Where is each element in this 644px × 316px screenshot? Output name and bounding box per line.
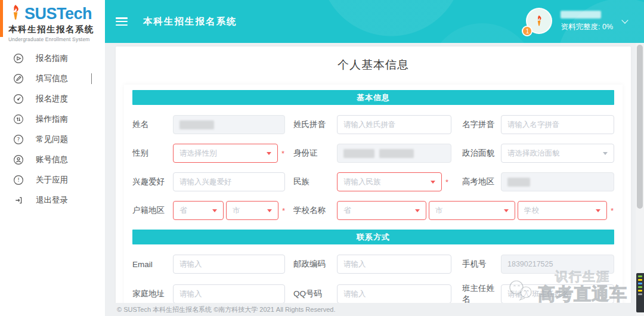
sidebar-item-label: 退出登录 — [36, 195, 68, 206]
household-province-select[interactable]: 省 — [173, 201, 224, 220]
given-pinyin-input[interactable] — [501, 115, 614, 134]
brand-logo: SUSTech 本科生招生报名系统 Undergraduate Enrollme… — [0, 0, 105, 42]
redacted-value — [179, 120, 214, 129]
phone-label: 手机号 — [462, 259, 501, 269]
political-select[interactable]: 请选择政治面貌 — [501, 144, 614, 163]
gaokao-region-input — [501, 172, 614, 191]
ethnicity-label: 民族 — [293, 176, 337, 187]
sidebar-item-operation-guide[interactable]: 操作指南 — [0, 109, 105, 129]
sidebar-item-about[interactable]: ! 关于应用 — [0, 170, 105, 190]
caret-down-icon — [267, 152, 271, 155]
surname-pinyin-input[interactable] — [337, 115, 451, 134]
top-header: 本科生招生报名系统 1 资料完整度: 0% — [105, 0, 644, 43]
info-icon: ! — [13, 175, 24, 185]
qq-label: QQ号码 — [293, 289, 337, 299]
form-row: Email 邮政编码 手机号 18390217525 — [132, 255, 614, 274]
teacher-name-input[interactable] — [501, 284, 614, 303]
household-city-select[interactable]: 市 — [226, 201, 278, 220]
sidebar-item-account-info[interactable]: 账号信息 — [0, 150, 105, 170]
sidebar-item-label: 操作指南 — [36, 114, 68, 125]
hobby-label: 兴趣爱好 — [132, 176, 173, 187]
email-input[interactable] — [173, 255, 285, 274]
caret-down-icon — [267, 209, 272, 212]
form-row: 家庭地址 QQ号码 班主任姓名 — [132, 283, 614, 305]
caret-down-icon — [431, 181, 435, 184]
hobby-input[interactable] — [173, 172, 285, 191]
form-row: 性别 请选择性别 * 身份证 — [132, 144, 614, 163]
gender-select[interactable]: 请选择性别 — [173, 144, 278, 163]
brand-title-cn: 本科生招生报名系统 — [8, 24, 100, 35]
sidebar-item-logout[interactable]: 退出登录 — [0, 190, 105, 210]
profile-completeness: 资料完整度: 0% — [561, 22, 613, 32]
political-label: 政治面貌 — [462, 148, 501, 159]
sidebar: SUSTech 本科生招生报名系统 Undergraduate Enrollme… — [0, 0, 105, 316]
sidebar-menu: 报名指南 填写信息 报名进度 — [0, 48, 105, 210]
form-panel: 个人基本信息 基本信息 姓名 姓氏拼音 名字拼音 — [116, 47, 631, 316]
required-mark: * — [611, 206, 614, 215]
gender-label: 性别 — [132, 148, 173, 159]
form-row: 户籍地区 省 市 * 学校名称 — [132, 201, 614, 220]
user-name-redacted — [561, 11, 601, 18]
svg-text:!: ! — [17, 177, 20, 183]
logout-icon — [13, 195, 24, 206]
sidebar-item-label: 报名进度 — [36, 94, 68, 104]
school-name-select[interactable]: 学校 — [518, 201, 607, 220]
surname-pinyin-label: 姓氏拼音 — [293, 119, 337, 130]
id-card-input — [337, 144, 451, 163]
home-address-input[interactable] — [173, 284, 285, 303]
given-pinyin-label: 名字拼音 — [462, 119, 501, 130]
sort-arrows-icon — [13, 114, 24, 125]
chevron-down-icon[interactable] — [91, 73, 92, 84]
left-accent-bar — [0, 0, 3, 37]
redacted-value — [379, 149, 414, 158]
app-window: SUSTech 本科生招生报名系统 Undergraduate Enrollme… — [0, 0, 644, 316]
postal-code-label: 邮政编码 — [293, 259, 337, 269]
progress-gauge-icon — [13, 94, 24, 104]
redacted-value — [507, 178, 530, 187]
school-province-select[interactable]: 省 — [337, 201, 426, 220]
school-city-select[interactable]: 市 — [429, 201, 515, 220]
brand-name: SUSTech — [24, 5, 92, 23]
form-card: 基本信息 姓名 姓氏拼音 名字拼音 — [124, 85, 623, 316]
school-select-group: 省 市 学校 * — [337, 201, 614, 220]
postal-code-input[interactable] — [337, 255, 451, 274]
scrollbar-thumb[interactable] — [637, 45, 643, 209]
torch-icon — [534, 14, 544, 27]
user-menu[interactable]: 1 资料完整度: 0% — [526, 8, 627, 35]
chevron-down-icon[interactable] — [621, 17, 628, 23]
main-content: 个人基本信息 基本信息 姓名 姓氏拼音 名字拼音 — [105, 43, 636, 316]
section-header-basic: 基本信息 — [132, 90, 614, 105]
caret-down-icon — [504, 209, 509, 212]
sidebar-item-label: 常见问题 — [36, 134, 68, 145]
name-input — [173, 115, 285, 134]
hamburger-icon[interactable] — [116, 17, 128, 26]
page-title: 个人基本信息 — [116, 47, 631, 85]
redacted-value — [343, 149, 374, 158]
sidebar-item-label: 报名指南 — [36, 53, 68, 64]
sidebar-item-faq[interactable]: ? 常见问题 — [0, 129, 105, 150]
form-row: 兴趣爱好 民族 请输入民族 * 高考地区 — [132, 172, 614, 191]
sidebar-item-signup-progress[interactable]: 报名进度 — [0, 89, 105, 109]
send-icon — [13, 53, 24, 64]
gaokao-region-label: 高考地区 — [462, 176, 501, 187]
svg-text:?: ? — [17, 137, 20, 142]
edge-docked-widget[interactable] — [636, 273, 644, 312]
sidebar-item-signup-guide[interactable]: 报名指南 — [0, 48, 105, 69]
footer-copyright: © SUSTech 本科生招生报名系统 ©南方科技大学 2021 All Rig… — [105, 303, 636, 316]
notification-badge: 1 — [522, 26, 532, 36]
section-header-contact: 联系方式 — [132, 230, 614, 244]
edit-icon — [13, 73, 24, 84]
name-label: 姓名 — [132, 119, 173, 130]
teacher-name-label: 班主任姓名 — [462, 283, 501, 305]
sidebar-item-label: 关于应用 — [36, 175, 68, 185]
school-label: 学校名称 — [293, 205, 337, 216]
email-label: Email — [132, 260, 173, 269]
torch-icon — [8, 4, 23, 23]
caret-down-icon — [212, 209, 217, 212]
ethnicity-select[interactable]: 请输入民族 — [337, 172, 442, 191]
sidebar-item-fill-info[interactable]: 填写信息 — [0, 69, 105, 89]
qq-input[interactable] — [337, 284, 451, 303]
question-icon: ? — [13, 134, 24, 145]
household-region-label: 户籍地区 — [132, 205, 173, 216]
caret-down-icon — [415, 209, 420, 212]
